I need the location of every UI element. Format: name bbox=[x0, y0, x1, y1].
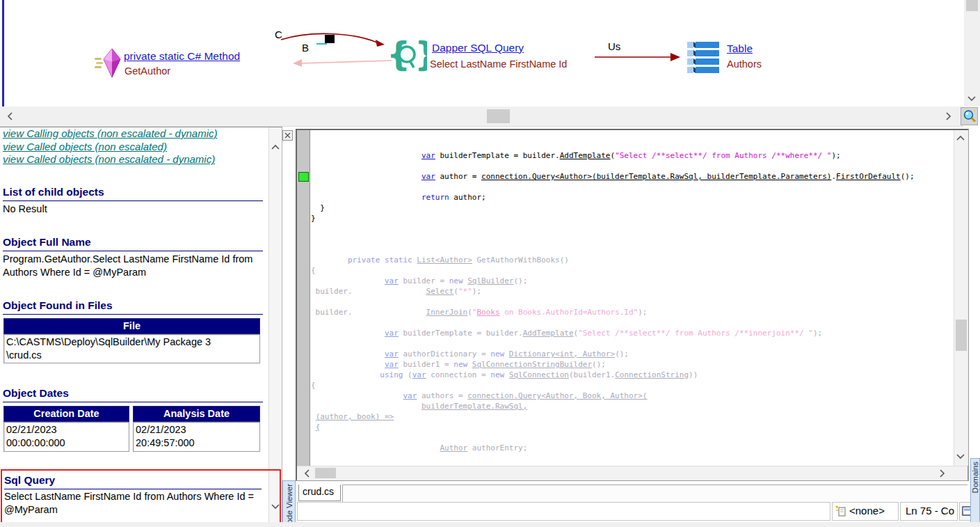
scroll-right-icon[interactable] bbox=[937, 469, 947, 478]
status-line-col-cell: Ln 75 - Co bbox=[900, 502, 958, 521]
object-properties-panel: view Calling objects (non escalated - dy… bbox=[0, 127, 282, 525]
scroll-down-icon[interactable] bbox=[967, 93, 977, 103]
full-name-heading: Object Full Name bbox=[3, 236, 263, 251]
close-button[interactable] bbox=[282, 130, 293, 141]
code-editor[interactable]: var builderTemplate = builder.AddTemplat… bbox=[311, 150, 952, 464]
analysis-date-header: Analysis Date bbox=[133, 406, 260, 422]
code-vscroll-thumb[interactable] bbox=[956, 320, 967, 351]
new-document-icon bbox=[835, 505, 847, 517]
magnifier-icon bbox=[963, 109, 977, 123]
creation-date-cell: 02/21/2023 00:00:00:000 bbox=[3, 422, 129, 452]
close-icon bbox=[284, 132, 291, 139]
window-bottom-edge bbox=[0, 522, 980, 527]
view-called-objects-dynamic-link[interactable]: view Called objects (non escalated - dyn… bbox=[3, 153, 215, 165]
sql-query-value: Select LastName FirstName Id from Author… bbox=[4, 490, 268, 517]
status-none-label: <none> bbox=[849, 505, 885, 517]
tab-domains[interactable]: Domains bbox=[970, 458, 980, 527]
table-icon[interactable] bbox=[686, 40, 722, 75]
status-selection-cell: <none> bbox=[832, 502, 899, 521]
analysis-date-cell: 02/21/2023 20:49:57:000 bbox=[133, 422, 260, 452]
csharp-method-icon[interactable] bbox=[95, 47, 124, 79]
edge-label-c: C bbox=[275, 29, 282, 40]
return-edge-arrowhead bbox=[293, 59, 302, 67]
view-called-objects-link[interactable]: view Called objects (non escalated) bbox=[3, 141, 167, 152]
code-viewer-tab-label: Code Viewer bbox=[285, 484, 294, 527]
scroll-down-icon[interactable] bbox=[956, 451, 965, 461]
return-edge[interactable] bbox=[299, 61, 392, 63]
code-hscroll-thumb[interactable] bbox=[315, 468, 336, 478]
node-method-link[interactable]: private static C# Method bbox=[124, 50, 240, 63]
file-column-header: File bbox=[3, 318, 260, 334]
object-dates-heading: Object Dates bbox=[3, 387, 263, 402]
tab-code-viewer[interactable]: Code Viewer bbox=[282, 480, 296, 527]
node-method-name: GetAuthor bbox=[124, 65, 170, 77]
node-query-name: Select LastName FirstName Id bbox=[430, 58, 567, 70]
creation-date-header: Creation Date bbox=[3, 406, 129, 422]
node-table-link[interactable]: Table bbox=[727, 42, 753, 55]
scroll-left-icon[interactable] bbox=[6, 111, 15, 121]
domains-tab-label: Domains bbox=[971, 462, 979, 493]
diagram-vscrollbar[interactable] bbox=[964, 0, 980, 107]
scroll-down-icon[interactable] bbox=[271, 501, 280, 511]
left-panel-scrollbar[interactable] bbox=[268, 127, 282, 525]
tab-crud-cs[interactable]: crud.cs bbox=[298, 485, 341, 501]
file-path-cell: C:\CASTMS\Deploy\SqlBuilder\My Package 3… bbox=[3, 334, 260, 363]
node-table-name: Authors bbox=[727, 58, 762, 70]
code-gutter[interactable] bbox=[297, 130, 310, 466]
diagram-hscroll-thumb[interactable] bbox=[487, 109, 510, 123]
child-objects-value: No Result bbox=[3, 203, 47, 216]
full-name-value: Program.GetAuthor.Select LastName FirstN… bbox=[3, 253, 268, 279]
child-objects-heading: List of child objects bbox=[3, 186, 263, 201]
scroll-up-icon[interactable] bbox=[271, 143, 280, 152]
code-vscrollbar[interactable] bbox=[954, 130, 968, 466]
diagram-hscrollbar[interactable] bbox=[0, 107, 963, 127]
diagram-vscroll-thumb[interactable] bbox=[966, 0, 978, 11]
diagram-canvas[interactable]: C B Us private static C# Method GetAutho… bbox=[0, 0, 980, 107]
scroll-right-icon[interactable] bbox=[943, 111, 953, 121]
scroll-left-icon[interactable] bbox=[303, 469, 312, 478]
bookmark-marker bbox=[298, 172, 309, 182]
node-query-link[interactable]: Dapper SQL Query bbox=[432, 42, 524, 54]
code-viewer-panel: var builderTemplate = builder.AddTemplat… bbox=[296, 129, 969, 481]
edge-label-b: B bbox=[302, 42, 309, 54]
code-hscrollbar[interactable] bbox=[297, 466, 967, 480]
tab-strip bbox=[342, 485, 967, 502]
status-message-cell bbox=[297, 502, 830, 521]
zoom-button[interactable] bbox=[961, 107, 978, 125]
edge-selection-handle[interactable] bbox=[325, 35, 335, 43]
view-calling-objects-link[interactable]: view Calling objects (non escalated - dy… bbox=[3, 127, 217, 139]
edge-label-us: Us bbox=[608, 40, 620, 52]
sql-query-icon[interactable]: { } bbox=[387, 36, 427, 75]
svg-text:}: } bbox=[415, 36, 427, 74]
found-in-files-heading: Object Found in Files bbox=[3, 299, 263, 315]
call-edge-arrowhead bbox=[376, 40, 385, 47]
sql-query-heading: Sql Query bbox=[4, 474, 262, 489]
use-edge-arrowhead bbox=[670, 53, 680, 61]
scroll-up-icon[interactable] bbox=[956, 134, 965, 143]
